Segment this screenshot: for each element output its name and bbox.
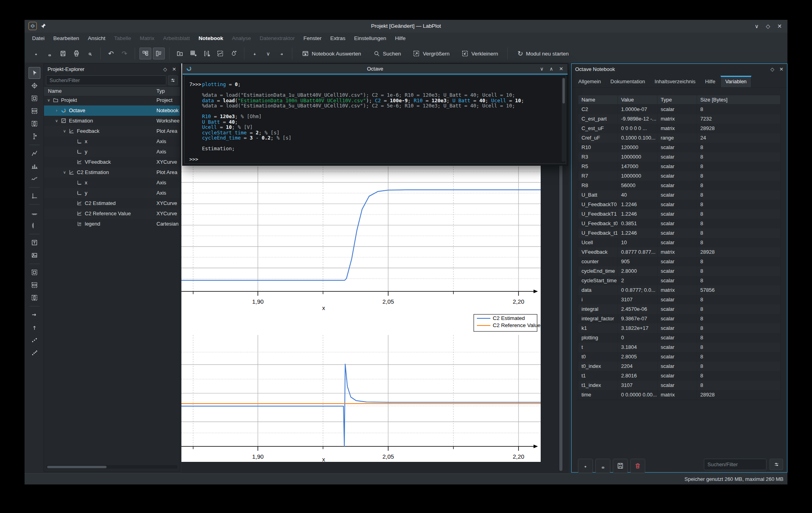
print-button[interactable]	[71, 48, 82, 59]
menu-extras[interactable]: Extras	[326, 33, 350, 44]
clear-variables-button[interactable]	[630, 459, 645, 473]
tree-item-c2-estimation[interactable]: ∨C2 EstimationPlot Area	[44, 167, 180, 178]
variable-row-time[interactable]: time0 0.0000 0.00...matrix28928	[578, 390, 780, 400]
zoom-in-x-button[interactable]	[29, 279, 40, 291]
variables-search-input[interactable]	[704, 459, 766, 470]
close-dock-button[interactable]: ✕	[172, 66, 176, 72]
menu-fenster[interactable]: Fenster	[299, 33, 326, 44]
float-dock-button[interactable]: ◇	[770, 66, 774, 72]
add-histogram-button[interactable]	[29, 160, 40, 172]
variable-row-U_FeedbackT1[interactable]: U_FeedbackT11.2246scalar8	[578, 209, 780, 219]
variables-filter-button[interactable]	[770, 459, 783, 470]
close-button[interactable]: ✕	[777, 23, 782, 29]
console-title-bar[interactable]: Octave ∨∧✕	[183, 64, 568, 75]
close-dock-button[interactable]: ✕	[780, 66, 783, 72]
variable-row-R7[interactable]: R71000000scalar8	[578, 171, 780, 181]
save-variables-button[interactable]	[613, 459, 628, 473]
variable-row-data[interactable]: data0 0.8777; 0.0...matrix57856	[578, 285, 780, 295]
variable-row-U_Batt[interactable]: U_Batt40scalar8	[578, 190, 780, 200]
minimize-window-button[interactable]: ∨	[540, 66, 543, 72]
collapse-arrow-icon[interactable]: ∨	[46, 98, 51, 103]
explorer-horizontal-scrollbar[interactable]	[46, 465, 177, 469]
restart-module-button[interactable]: ↻Modul neu starten	[513, 48, 572, 59]
variable-row-k1[interactable]: k13.1822e+17scalar8	[578, 323, 780, 333]
add-xy-curve-button[interactable]	[29, 147, 40, 159]
variable-row-cycleEnd_time[interactable]: cycleEnd_time2.8000scalar8	[578, 266, 780, 276]
tree-item-octave[interactable]: ›OctaveNotebook	[44, 105, 180, 116]
expand-arrow-icon[interactable]: ›	[54, 108, 59, 113]
load-variables-button[interactable]: M5 2.5h6.5L15 6v11.5H5z M11.5 2.5V6H15	[595, 459, 610, 473]
color-maps-button[interactable]	[228, 48, 240, 59]
variable-row-Cref_uF[interactable]: Cref_uF0.1000 0.100...range24	[578, 133, 780, 143]
tree-item-c2-reference-value[interactable]: C2 Reference ValueXYCurve	[44, 209, 180, 219]
minimize-button[interactable]: ∨	[755, 23, 759, 29]
variable-row-cycleStart_time[interactable]: cycleStart_time2scalar8	[578, 276, 780, 285]
variables-table-header[interactable]: NameValueTypeSize [Bytes]	[578, 95, 780, 105]
zoom-in-plot-button[interactable]	[29, 266, 40, 278]
float-dock-button[interactable]: ◇	[163, 66, 167, 72]
maximize-window-button[interactable]: ∧	[549, 66, 553, 72]
new-project-button[interactable]: M5 2.5h6.5L15 6v11.5H5z M11.5 2.5V6H15	[30, 48, 42, 59]
shift-up-y-button[interactable]	[29, 322, 40, 333]
variable-row-t1_index[interactable]: t1_index3107scalar8	[578, 381, 780, 390]
variable-row-U_FeedbackT0[interactable]: U_FeedbackT01.2246scalar8	[578, 200, 780, 209]
variable-row-R5[interactable]: R5147000scalar8	[578, 162, 780, 171]
scrollbar-thumb[interactable]	[562, 78, 565, 103]
save-project-button[interactable]	[57, 48, 69, 59]
toggle-properties-explorer-button[interactable]	[153, 48, 165, 59]
open-project-button[interactable]: M5 2.5h6.5L15 6v11.5H5z M11.5 2.5V6H15	[44, 48, 55, 59]
variable-row-C_est_part[interactable]: C_est_part-9.9898e-12 -...matrix7232	[578, 114, 780, 124]
variable-row-R10[interactable]: R10120000scalar8	[578, 143, 780, 152]
add-axis-button[interactable]	[29, 190, 40, 202]
explorer-filter-button[interactable]	[168, 75, 178, 85]
zoom-out-button[interactable]: Verkleinern	[457, 48, 502, 59]
zoom-in-button[interactable]: Vergrößern	[409, 48, 454, 59]
close-window-button[interactable]: ✕	[559, 66, 563, 72]
menu-hilfe[interactable]: Hilfe	[391, 33, 410, 44]
variable-row-U_Feedback_t1[interactable]: U_Feedback_t11.2246scalar8	[578, 228, 780, 238]
add-fit-curve-button[interactable]	[29, 173, 40, 185]
menu-notebook[interactable]: Notebook	[194, 33, 227, 44]
tree-item-vfeedback[interactable]: VFeedbackXYCurve	[44, 157, 180, 167]
print-preview-button[interactable]: M5 2.5h6.5L15 6v11.5H5z M11.5 2.5V6H15	[84, 48, 96, 59]
variable-row-t1[interactable]: t12.8016scalar8	[578, 371, 780, 381]
menu-datei[interactable]: Datei	[28, 33, 49, 44]
crosshair-mode-button[interactable]	[29, 80, 40, 92]
title-bar[interactable]: Projekt [Geändert] — LabPlot ∨◇✕	[25, 20, 787, 33]
octave-console-window[interactable]: Octave ∨∧✕ 7>>>plotting = 0;%data = load…	[182, 63, 568, 166]
variable-row-Ucell[interactable]: Ucell10scalar8	[578, 238, 780, 247]
collapse-arrow-icon[interactable]: ∨	[62, 170, 67, 175]
variable-row-integral[interactable]: integral2.4570e-06scalar8	[578, 304, 780, 314]
tree-item-feedback[interactable]: ∨FeedbackPlot Area	[44, 126, 180, 136]
cursor-tool-button[interactable]	[29, 130, 40, 142]
new-spreadsheet-button[interactable]	[187, 48, 199, 59]
tree-item-estimation[interactable]: ∨EstimationWorksheet	[44, 116, 180, 126]
variable-row-U_Feedback_t0[interactable]: U_Feedback_t00.3851scalar8	[578, 219, 780, 228]
new-data-extractor-button[interactable]	[214, 48, 226, 59]
tree-item-y[interactable]: yAxis	[44, 147, 180, 157]
add-text-label-button[interactable]	[29, 237, 40, 249]
auto-scale-button[interactable]	[29, 334, 40, 346]
menu-bearbeiten[interactable]: Bearbeiten	[49, 33, 84, 44]
select-mode-button[interactable]	[29, 67, 40, 79]
tab-variablen[interactable]: Variablen	[721, 76, 751, 87]
toggle-project-explorer-button[interactable]	[139, 48, 151, 59]
variable-row-t0_index[interactable]: t0_index2204scalar8	[578, 362, 780, 371]
tab-allgemein[interactable]: Allgemein	[574, 76, 605, 87]
menu-einstellungen[interactable]: Einstellungen	[350, 33, 391, 44]
variable-row-R8[interactable]: R856000scalar8	[578, 181, 780, 190]
tree-item-projekt[interactable]: ∨ProjektProject	[44, 95, 180, 105]
variable-row-plotting[interactable]: plotting0scalar8	[578, 333, 780, 343]
explorer-search-input[interactable]	[46, 75, 166, 85]
variable-row-R3[interactable]: R31000000scalar8	[578, 152, 780, 162]
new-folder-button[interactable]	[174, 48, 186, 59]
variable-row-counter[interactable]: counter905scalar8	[578, 257, 780, 266]
variable-row-C_est_uF[interactable]: C_est_uF0 0 0 0 0 ...matrix28928	[578, 124, 780, 133]
collapse-arrow-icon[interactable]: ∨	[62, 128, 67, 134]
export-dropdown-button[interactable]: ∨	[262, 48, 274, 59]
tree-item-x[interactable]: xAxis	[44, 136, 180, 147]
add-image-button[interactable]	[29, 249, 40, 261]
evaluate-notebook-button[interactable]: Notebook Auswerten	[298, 48, 365, 59]
variable-row-C2[interactable]: C21.0000e-07scalar8	[578, 105, 780, 114]
tab-dokumentation[interactable]: Dokumentation	[606, 76, 649, 87]
